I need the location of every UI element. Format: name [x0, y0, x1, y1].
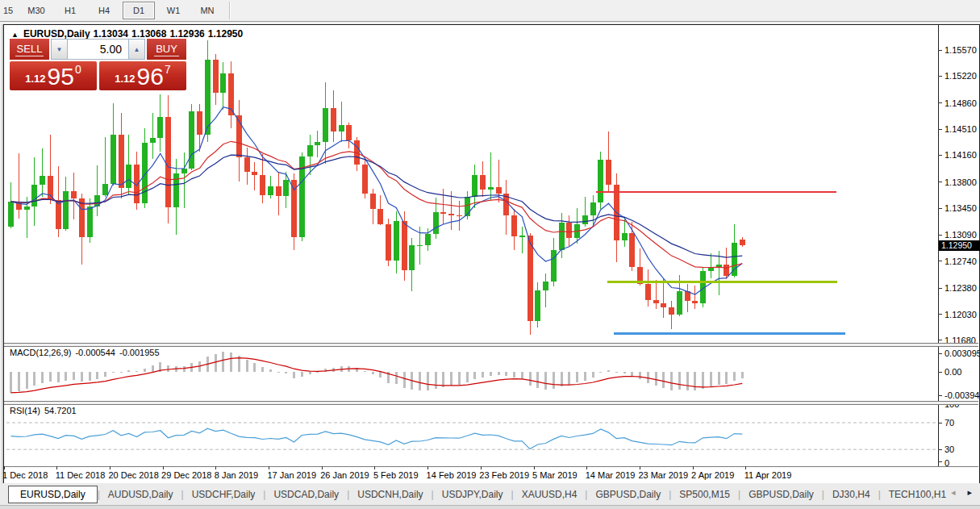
price-axis-tick: 1.15220: [945, 71, 977, 81]
chart-tab-audusd-daily-1[interactable]: AUDUSD,Daily: [100, 486, 181, 503]
price-axis-tick: 1.13800: [945, 177, 977, 187]
timeframe-button-W1[interactable]: W1: [158, 2, 189, 19]
sell-price-prefix: 1.12: [25, 73, 45, 85]
ohlc-high: 1.13068: [131, 28, 166, 40]
rsi-panel-splitter[interactable]: [4, 401, 978, 405]
chart-tab-dj30-h4-10[interactable]: DJ30,H4: [824, 486, 878, 503]
date-axis-label: 11 Dec 2018: [56, 470, 106, 480]
date-axis-label: 8 Jan 2019: [215, 470, 258, 480]
volume-input[interactable]: [68, 39, 128, 60]
arrow-down-icon: ▼: [56, 46, 63, 53]
ohlc-open: 1.13034: [94, 28, 128, 40]
timeframe-button-H1[interactable]: H1: [55, 2, 85, 19]
chart-tab-bar: EURUSD,Daily|AUDUSD,Daily|USDCHF,Daily|U…: [0, 483, 980, 506]
buy-price-button[interactable]: 1.12 96 7: [99, 61, 186, 90]
sell-price-button[interactable]: 1.12 95 0: [10, 61, 97, 90]
chart-tab-sp500-m15-8[interactable]: SP500,M15: [671, 486, 738, 503]
sell-price-sup: 0: [75, 63, 81, 76]
date-axis-label: 1 Dec 2018: [2, 470, 48, 480]
chart-tab-gbpusd-daily-9[interactable]: GBPUSD,Daily: [740, 486, 822, 503]
chart-title: ▲EURUSD,Daily1.130341.130681.129361.1295…: [11, 28, 246, 40]
tab-scroll-right-icon[interactable]: ▸: [967, 487, 972, 497]
rsi-indicator-label: RSI(14)54.7201: [10, 406, 81, 415]
one-click-trading-panel: SELL ▼ ▲ BUY 1.12 95 0 1.12 96 7: [10, 39, 186, 90]
rsi-value: 54.7201: [44, 406, 77, 415]
date-axis-label: 20 Dec 2018: [108, 470, 158, 480]
macd-name: MACD(12,26,9): [10, 348, 71, 357]
macd-panel-splitter[interactable]: [4, 343, 978, 347]
tab-scroll-arrows: ◂ ▸: [941, 487, 972, 498]
timeframe-button-H4[interactable]: H4: [89, 2, 119, 19]
date-axis-label: 14 Feb 2019: [427, 470, 477, 480]
chart-tab-usdjpy-daily-5[interactable]: USDJPY,Daily: [434, 486, 511, 503]
timeframe-bar: 15M30H1H4D1W1MN: [0, 2, 231, 19]
date-axis-label: 11 Apr 2019: [744, 470, 792, 480]
date-axis-label: 29 Dec 2018: [161, 470, 211, 480]
arrow-up-icon: ▲: [134, 46, 140, 53]
buy-price-prefix: 1.12: [115, 73, 135, 85]
chart-tab-gbpusd-daily-7[interactable]: GBPUSD,Daily: [587, 486, 669, 503]
rsi-name: RSI(14): [10, 406, 40, 415]
price-axis-tick: 1.12380: [945, 283, 977, 293]
current-price-tag: 1.12950: [939, 240, 980, 251]
chart-tab-usdcad-daily-3[interactable]: USDCAD,Daily: [265, 486, 347, 503]
price-axis-tick: 1.13090: [945, 230, 977, 240]
buy-button-label: BUY: [154, 43, 179, 56]
date-axis-label: 14 Mar 2019: [586, 470, 636, 480]
ohlc-close: 1.12950: [208, 28, 243, 40]
macd-value-main: -0.000544: [75, 348, 115, 357]
chart-symbol-label: EURUSD,Daily: [23, 28, 90, 40]
date-axis-label: 17 Jan 2019: [268, 470, 317, 480]
price-axis-tick: 1.12030: [945, 310, 977, 319]
macd-axis-tick: 0.00: [945, 367, 961, 377]
tab-scroll-left-icon[interactable]: ◂: [951, 487, 956, 497]
chart-tab-eurusd-daily-0[interactable]: EURUSD,Daily: [8, 486, 98, 503]
chart-tab-usdchf-daily-2[interactable]: USDCHF,Daily: [184, 486, 264, 503]
date-axis-label: 5 Mar 2019: [532, 470, 578, 480]
buy-price-sup: 7: [165, 63, 171, 76]
price-axis-tick: 1.14860: [945, 98, 977, 108]
sell-price-big: 95: [48, 65, 74, 88]
chart-tab-xauusd-h4-6[interactable]: XAUUSD,H4: [514, 486, 586, 503]
macd-axis-tick: 0.003095: [945, 348, 980, 358]
bottom-strip: [0, 506, 980, 509]
buy-price-big: 96: [137, 65, 164, 88]
date-axis-label: 23 Feb 2019: [479, 470, 529, 480]
timeframe-button-D1[interactable]: D1: [123, 2, 155, 19]
volume-decrease-button[interactable]: ▼: [51, 39, 68, 60]
rsi-axis-tick: 0: [945, 458, 949, 468]
sell-button[interactable]: SELL: [10, 39, 49, 60]
timeframe-toolbar: 15M30H1H4D1W1MN: [0, 0, 980, 22]
price-axis-tick: 1.12740: [945, 257, 977, 266]
date-axis-label: 23 Mar 2019: [638, 470, 688, 480]
sell-button-label: SELL: [15, 43, 44, 56]
ohlc-low: 1.12936: [169, 28, 204, 40]
price-axis-tick: 1.15570: [945, 45, 977, 55]
macd-indicator-label: MACD(12,26,9)-0.000544-0.001955: [10, 348, 164, 357]
date-axis-label: 26 Jan 2019: [320, 470, 369, 480]
buy-button[interactable]: BUY: [147, 39, 186, 60]
date-axis-label: 2 Apr 2019: [691, 470, 734, 480]
volume-increase-button[interactable]: ▲: [128, 39, 145, 60]
timeframe-button-MN[interactable]: MN: [192, 2, 223, 19]
date-axis-label: 5 Feb 2019: [373, 470, 419, 480]
chart-window: [3, 24, 980, 484]
timeframe-button-M30[interactable]: M30: [21, 2, 52, 19]
macd-value-signal: -0.001955: [119, 348, 160, 357]
rsi-axis-tick: 30: [945, 444, 954, 454]
volume-stepper: ▼ ▲: [51, 39, 145, 60]
price-axis-tick: 1.13450: [945, 203, 977, 213]
price-axis-tick: 1.14160: [945, 150, 977, 160]
timeframe-button-15[interactable]: 15: [0, 2, 18, 19]
rsi-axis-tick: 70: [945, 418, 954, 428]
collapse-chart-icon[interactable]: ▲: [11, 31, 19, 39]
price-axis-tick: 1.14510: [945, 124, 977, 134]
toolbar-separator: [229, 2, 231, 19]
chart-tab-usdcnh-daily-4[interactable]: USDCNH,Daily: [349, 486, 431, 503]
